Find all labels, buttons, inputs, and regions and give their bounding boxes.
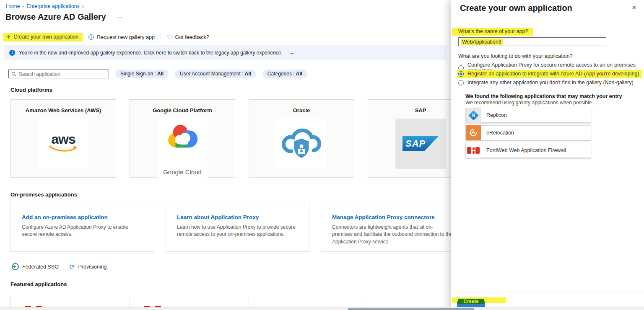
suggestion-name: FortiWeb Web Application Firewall: [486, 147, 566, 153]
suggestion-name: Replicon: [486, 112, 507, 118]
breadcrumb-home[interactable]: Home: [6, 3, 20, 9]
federated-sso-legend: ➜ Federated SSO: [12, 263, 59, 270]
radio-register-application-azure-ad[interactable]: Register an application to integrate wit…: [457, 70, 642, 78]
toolbar-divider: [161, 34, 161, 41]
card-link-title[interactable]: Learn about Application Proxy: [177, 214, 298, 220]
card-title: Google Cloud Platform: [130, 107, 235, 114]
pill-label: Single Sign-on :: [120, 71, 156, 77]
card-learn-application-proxy[interactable]: Learn about Application Proxy Learn how …: [166, 202, 309, 252]
radio-icon[interactable]: [458, 80, 464, 85]
pill-value: All: [296, 71, 302, 77]
card-manage-proxy-connectors[interactable]: Manage Application Proxy connectors Conn…: [321, 202, 465, 252]
google-cloud-logo: Google Cloud: [157, 117, 208, 180]
request-new-gallery-app-button[interactable]: i Request new gallery app: [88, 34, 155, 40]
pill-label: Categories :: [267, 71, 295, 77]
card-title: Amazon Web Services (AWS): [11, 107, 116, 114]
create-your-own-application-button[interactable]: + Create your own application: [3, 33, 83, 41]
card-link-title[interactable]: Add an on-premises application: [22, 214, 143, 220]
title-row: Browse Azure AD Gallery ···: [5, 12, 123, 22]
google-cloud-icon: [165, 123, 200, 150]
card-google-cloud[interactable]: Google Cloud Platform Google Cloud: [130, 99, 235, 178]
banner-text: You're in the new and improved app galle…: [19, 50, 283, 56]
capability-legend: ➜ Federated SSO ⟳ Provisioning: [12, 263, 107, 270]
filter-pill-single-sign-on[interactable]: Single Sign-on :All: [115, 70, 169, 78]
section-featured-applications: Featured applications: [10, 281, 67, 287]
create-button-label[interactable]: Create: [457, 299, 485, 304]
pill-value: All: [157, 71, 164, 77]
create-your-own-application-panel: Create your own application ✕ What's the…: [451, 0, 644, 310]
sap-wordmark: SAP: [402, 136, 439, 151]
app-name-label: What's the name of your app?: [452, 28, 533, 36]
aws-smile-icon: [48, 145, 79, 153]
info-filled-icon: i: [9, 50, 15, 56]
panel-title: Create your own application: [460, 3, 572, 13]
filter-pill-categories[interactable]: Categories :All: [262, 70, 307, 78]
radio-label: Integrate any other application you don'…: [467, 80, 634, 85]
more-actions-icon[interactable]: ···: [116, 14, 123, 20]
card-title: Oracle: [249, 107, 354, 114]
chevron-right-icon: ›: [82, 3, 84, 9]
aws-logo: aws: [38, 119, 88, 169]
search-icon: [11, 72, 16, 77]
federated-sso-label: Federated SSO: [22, 264, 59, 270]
app-name-value: WebApplication3: [461, 39, 503, 45]
cloud-platform-cards: Amazon Web Services (AWS) aws Google Clo…: [10, 99, 473, 178]
federated-sso-icon: ➜: [12, 263, 19, 270]
oracle-cloud-shield-icon: [280, 124, 323, 164]
card-link-title[interactable]: Manage Application Proxy connectors: [332, 214, 453, 220]
card-body: Learn how to use Application Proxy to pr…: [177, 224, 298, 238]
oracle-logo: [276, 119, 327, 169]
card-oracle[interactable]: Oracle: [249, 99, 354, 178]
radio-selected-icon[interactable]: [458, 71, 464, 77]
replicon-diamond-icon: R: [466, 108, 481, 123]
suggestion-fortiweb[interactable]: FortiWeb Web Application Firewall: [465, 143, 591, 158]
info-banner: i You're in the new and improved app gal…: [4, 45, 447, 60]
plus-icon: +: [7, 35, 10, 39]
provisioning-label: Provisioning: [78, 264, 106, 270]
aws-wordmark: aws: [51, 134, 75, 145]
provisioning-icon: ⟳: [70, 264, 75, 270]
card-body: Connectors are lightweight agents that s…: [332, 224, 453, 245]
request-new-gallery-app-label: Request new gallery app: [97, 34, 155, 40]
breadcrumb-enterprise-applications[interactable]: Enterprise applications: [26, 3, 79, 9]
suggestions-title: We found the following applications that…: [465, 93, 622, 99]
pill-label: User Account Management :: [180, 71, 243, 77]
search-application-box[interactable]: [8, 70, 109, 78]
fortiweb-grid-icon: [466, 143, 481, 158]
filter-pill-user-account-management[interactable]: User Account Management :All: [175, 70, 256, 78]
section-onprem-applications: On-premises applications: [10, 191, 77, 198]
google-cloud-caption: Google Cloud: [163, 168, 202, 176]
chevron-right-icon: ›: [22, 3, 24, 9]
command-bar: + Create your own application i Request …: [3, 33, 209, 41]
onprem-cards: Add an on-premises application Configure…: [10, 202, 465, 252]
filter-row: Single Sign-on :All User Account Managem…: [8, 70, 307, 78]
got-feedback-label: Got feedback?: [175, 34, 209, 40]
card-aws[interactable]: Amazon Web Services (AWS) aws: [10, 99, 116, 178]
radio-label: Register an application to integrate wit…: [467, 71, 639, 77]
suggestion-name: eRelocation: [486, 130, 514, 136]
page-title: Browse Azure AD Gallery: [5, 12, 106, 22]
radio-integrate-non-gallery[interactable]: Integrate any other application you don'…: [457, 79, 636, 87]
got-feedback-button[interactable]: ♡ Got feedback?: [167, 34, 209, 40]
arrow-right-icon[interactable]: →: [289, 49, 294, 56]
erelocation-swirl-icon: [466, 125, 481, 140]
app-name-input[interactable]: WebApplication3: [458, 37, 606, 46]
heart-icon: ♡: [167, 35, 172, 40]
card-add-onprem-application[interactable]: Add an on-premises application Configure…: [10, 202, 154, 252]
section-cloud-platforms: Cloud platforms: [10, 87, 52, 93]
azure-portal-screen: Home›Enterprise applications› Browse Azu…: [0, 0, 644, 310]
scrollbar-thumb[interactable]: [348, 308, 474, 310]
suggestion-erelocation[interactable]: eRelocation: [465, 125, 591, 140]
sap-logo: SAP: [395, 119, 446, 169]
app-purpose-question: What are you looking to do with your app…: [458, 53, 572, 59]
card-body: Configure Azure AD Application Proxy to …: [22, 224, 143, 238]
suggestion-replicon[interactable]: R Replicon: [465, 108, 591, 123]
close-icon[interactable]: ✕: [631, 4, 636, 11]
search-application-input[interactable]: [19, 71, 106, 77]
suggestions-subtitle: We recommend using gallery applications …: [465, 100, 593, 106]
provisioning-legend: ⟳ Provisioning: [70, 264, 107, 270]
horizontal-scrollbar[interactable]: [0, 307, 644, 310]
breadcrumb: Home›Enterprise applications›: [6, 3, 86, 9]
pill-value: All: [245, 71, 251, 77]
create-your-own-application-label: Create your own application: [13, 34, 78, 40]
